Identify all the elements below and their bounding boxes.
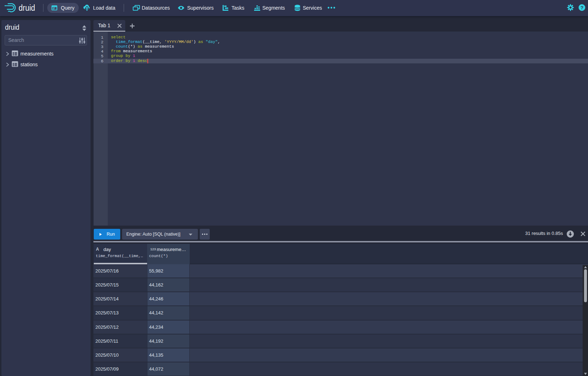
svg-text:?: ? xyxy=(580,5,583,10)
